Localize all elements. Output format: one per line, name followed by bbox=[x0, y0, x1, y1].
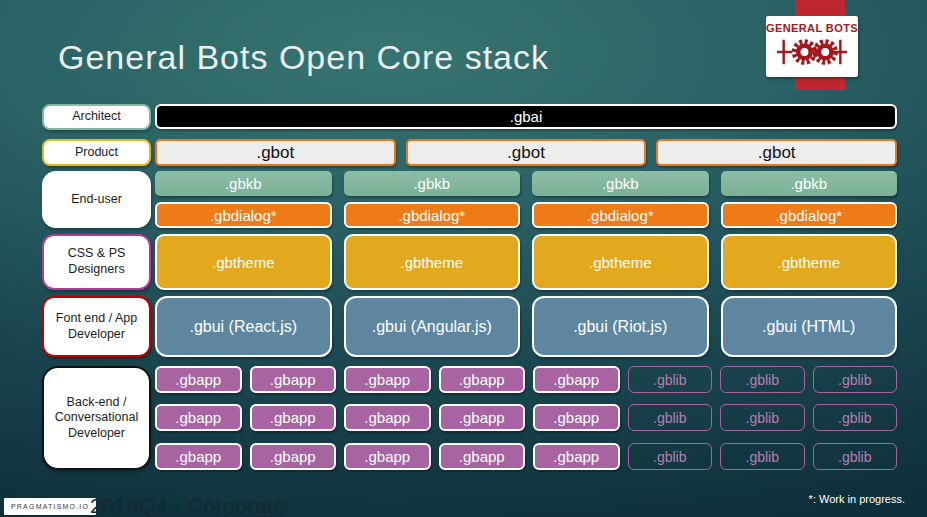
gbdialog-box: .gbdialog* bbox=[344, 202, 521, 228]
label-product: Product bbox=[42, 139, 151, 166]
gbapp-box: .gbapp bbox=[250, 404, 337, 431]
gbkb-box: .gbkb bbox=[344, 171, 521, 196]
gbot-box: .gbot bbox=[406, 139, 647, 166]
gbdialog-box: .gbdialog* bbox=[532, 202, 709, 228]
logo-wordmark: GENERAL BOTS bbox=[766, 22, 858, 34]
gbapp-box: .gbapp bbox=[250, 366, 337, 393]
gblib-box: .gblib bbox=[720, 366, 805, 393]
gblib-box: .gblib bbox=[628, 443, 713, 470]
gbapp-box: .gbapp bbox=[155, 443, 242, 470]
gbapp-box: .gbapp bbox=[439, 366, 526, 393]
row-backend-2: .gbapp .gbapp .gbapp .gbapp .gbapp .gbli… bbox=[155, 404, 897, 431]
gbtheme-box: .gbtheme bbox=[344, 234, 521, 290]
gbapp-box: .gbapp bbox=[533, 366, 620, 393]
label-backend-conversational-developer: Back-end / Conversational Developer bbox=[42, 366, 151, 470]
slide: General Bots Open Core stack GENERAL BOT… bbox=[0, 0, 927, 517]
gbapp-box: .gbapp bbox=[155, 404, 242, 431]
pragmatismo-badge: PRAGMATISMO.IO bbox=[4, 498, 96, 515]
gbkb-box: .gbkb bbox=[721, 171, 898, 196]
gbdialog-box: .gbdialog* bbox=[721, 202, 898, 228]
gbapp-box: .gbapp bbox=[439, 404, 526, 431]
label-end-user: End-user bbox=[42, 171, 151, 228]
row-gbui: .gbui (React.js) .gbui (Angular.js) .gbu… bbox=[155, 296, 897, 357]
gblib-box: .gblib bbox=[628, 366, 713, 393]
label-frontend-app-developer: Font end / App Developer bbox=[42, 296, 151, 357]
gbapp-box: .gbapp bbox=[533, 443, 620, 470]
gbapp-box: .gbapp bbox=[533, 404, 620, 431]
gbai-box: .gbai bbox=[155, 104, 897, 129]
gbkb-box: .gbkb bbox=[532, 171, 709, 196]
gbtheme-box: .gbtheme bbox=[532, 234, 709, 290]
row-gbkb: .gbkb .gbkb .gbkb .gbkb bbox=[155, 171, 897, 196]
gblib-box: .gblib bbox=[813, 366, 898, 393]
gblib-box: .gblib bbox=[813, 443, 898, 470]
general-bots-logo: GENERAL BOTS bbox=[766, 16, 858, 77]
row-gbot: .gbot .gbot .gbot bbox=[155, 139, 897, 166]
row-backend-1: .gbapp .gbapp .gbapp .gbapp .gbapp .gbli… bbox=[155, 366, 897, 393]
gbdialog-box: .gbdialog* bbox=[155, 202, 332, 228]
gblib-box: .gblib bbox=[720, 443, 805, 470]
label-architect: Architect bbox=[42, 104, 151, 130]
gbapp-box: .gbapp bbox=[155, 366, 242, 393]
gbkb-box: .gbkb bbox=[155, 171, 332, 196]
label-css-ps-designers: CSS & PS Designers bbox=[42, 234, 151, 290]
gbot-box: .gbot bbox=[656, 139, 897, 166]
gbtheme-box: .gbtheme bbox=[155, 234, 332, 290]
gbtheme-box: .gbtheme bbox=[721, 234, 898, 290]
double-gear-icon bbox=[776, 35, 848, 73]
gbapp-box: .gbapp bbox=[344, 443, 431, 470]
row-gbtheme: .gbtheme .gbtheme .gbtheme .gbtheme bbox=[155, 234, 897, 290]
gbapp-box: .gbapp bbox=[439, 443, 526, 470]
gbui-html-box: .gbui (HTML) bbox=[721, 296, 898, 357]
gblib-box: .gblib bbox=[628, 404, 713, 431]
row-backend-3: .gbapp .gbapp .gbapp .gbapp .gbapp .gbli… bbox=[155, 443, 897, 470]
gblib-box: .gblib bbox=[813, 404, 898, 431]
gbui-angular-box: .gbui (Angular.js) bbox=[344, 296, 521, 357]
gblib-box: .gblib bbox=[720, 404, 805, 431]
footer-text: 2018Q4 - Corporate bbox=[90, 494, 286, 517]
row-gbdialog: .gbdialog* .gbdialog* .gbdialog* .gbdial… bbox=[155, 202, 897, 228]
gbot-box: .gbot bbox=[155, 139, 396, 166]
row-gbai: .gbai bbox=[155, 104, 897, 129]
gbapp-box: .gbapp bbox=[344, 404, 431, 431]
gbui-riot-box: .gbui (Riot.js) bbox=[532, 296, 709, 357]
gbapp-box: .gbapp bbox=[250, 443, 337, 470]
gbui-react-box: .gbui (React.js) bbox=[155, 296, 332, 357]
work-in-progress-footnote: *: Work in progress. bbox=[809, 493, 905, 505]
page-title: General Bots Open Core stack bbox=[58, 38, 549, 77]
gbapp-box: .gbapp bbox=[344, 366, 431, 393]
